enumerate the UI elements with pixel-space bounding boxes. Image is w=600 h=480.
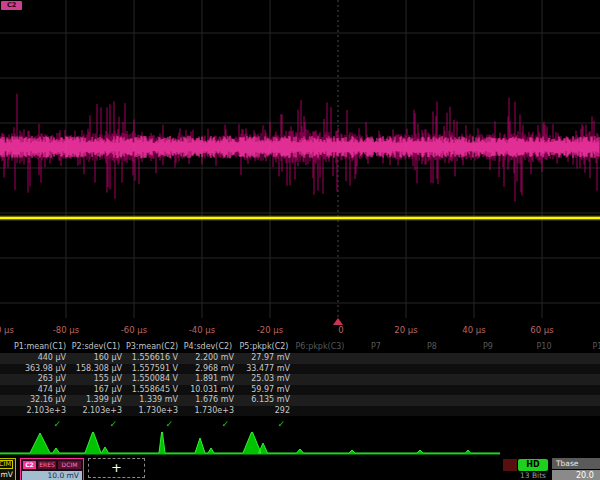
hd-mode-button[interactable]: HD xyxy=(518,459,548,471)
c1-dcim-badge: DCIM xyxy=(0,460,13,469)
timebase-title: Tbase xyxy=(552,458,600,469)
time-axis-label: 60 µs xyxy=(530,325,553,335)
meas-value-cell: 1.556616 V xyxy=(124,353,180,364)
meas-value-cell: 167 µV xyxy=(68,385,124,396)
meas-value-cell: 1.557591 V xyxy=(124,364,180,375)
meas-column-header[interactable]: P11 xyxy=(572,342,600,353)
meas-value-cell: 1.730e+3 xyxy=(124,406,180,417)
meas-value-cell: 33.477 mV xyxy=(236,364,292,375)
meas-value-cell: 2.200 mV xyxy=(180,353,236,364)
status-check-icon: ✓ xyxy=(124,418,180,430)
channel-c1-descriptor-box[interactable]: DCIM 10.0 mV xyxy=(0,458,16,480)
status-check-icon: ✓ xyxy=(180,418,236,430)
time-axis-label: 20 µs xyxy=(394,325,417,335)
timebase-descriptor-box[interactable]: Tbase 20.0 xyxy=(552,458,600,480)
c2-dcim-badge: DCIM xyxy=(58,461,81,469)
time-axis-label: 40 µs xyxy=(462,325,485,335)
timebase-per-div: 20.0 xyxy=(576,470,594,480)
meas-value-cell: 1.891 mV xyxy=(180,374,236,385)
meas-column-header[interactable]: P8 xyxy=(404,342,460,353)
oscilloscope-screen: C2 -100 µs-80 µs-60 µs-40 µs-20 µs020 µs… xyxy=(0,0,600,480)
meas-column-header[interactable]: P1:mean(C1) xyxy=(12,342,68,353)
descriptor-bar: DCIM 10.0 mV C2 ERES DCIM 10.0 mV + HD 1… xyxy=(0,458,600,480)
measurement-table: P1:mean(C1)440 µV363.98 µV263 µV474 µV32… xyxy=(0,340,600,432)
status-check-icon: ✓ xyxy=(236,418,292,430)
time-axis: -100 µs-80 µs-60 µs-40 µs-20 µs020 µs40 … xyxy=(0,318,600,340)
c2-volts-per-div: 10.0 mV xyxy=(22,471,82,480)
waveform-grid: C2 xyxy=(0,0,600,318)
measurement-histicons xyxy=(0,432,600,458)
meas-column-header[interactable]: P2:sdev(C1) xyxy=(68,342,124,353)
meas-value-cell: 10.031 mV xyxy=(180,385,236,396)
meas-value-cell: 25.03 mV xyxy=(236,374,292,385)
meas-value-cell: 1.339 mV xyxy=(124,395,180,406)
meas-value-cell: 1.676 mV xyxy=(180,395,236,406)
channel-c2-descriptor-box[interactable]: C2 ERES DCIM 10.0 mV xyxy=(20,458,84,480)
time-axis-label: -100 µs xyxy=(0,325,14,335)
time-axis-label: -60 µs xyxy=(121,325,147,335)
meas-value-cell: 474 µV xyxy=(12,385,68,396)
time-axis-label: -40 µs xyxy=(189,325,215,335)
meas-value-cell: 27.97 mV xyxy=(236,353,292,364)
clipped-badge xyxy=(503,459,517,471)
c1-volts-per-div: 10.0 mV xyxy=(0,470,13,479)
meas-value-cell: 158.308 µV xyxy=(68,364,124,375)
meas-column-header[interactable]: P10 xyxy=(516,342,572,353)
status-check-icon: ✓ xyxy=(68,418,124,430)
meas-column-header[interactable]: P4:sdev(C2) xyxy=(180,342,236,353)
status-check-icon: ✓ xyxy=(12,418,68,430)
meas-column-header[interactable]: P5:pkpk(C2) xyxy=(236,342,292,353)
meas-value-cell: 1.558645 V xyxy=(124,385,180,396)
meas-value-cell: 263 µV xyxy=(12,374,68,385)
time-axis-label: -80 µs xyxy=(53,325,79,335)
trace-label-chip[interactable]: C2 xyxy=(1,1,22,10)
histicon-svg xyxy=(0,432,600,458)
c2-eres-badge: ERES xyxy=(38,461,56,469)
meas-column-header[interactable]: P3:mean(C2) xyxy=(124,342,180,353)
trigger-position-marker-icon[interactable] xyxy=(333,318,343,325)
meas-value-cell: 1.730e+3 xyxy=(180,406,236,417)
meas-value-cell: 2.103e+3 xyxy=(68,406,124,417)
meas-value-cell: 2.968 mV xyxy=(180,364,236,375)
add-trace-button[interactable]: + xyxy=(88,458,145,478)
c2-channel-badge: C2 xyxy=(23,461,36,469)
meas-value-cell: 440 µV xyxy=(12,353,68,364)
hd-bits-label: 13 Bits xyxy=(510,471,556,480)
meas-column-header[interactable]: P7 xyxy=(348,342,404,353)
timebase-value-row: 20.0 xyxy=(552,470,600,480)
meas-column-header[interactable]: P9 xyxy=(460,342,516,353)
time-axis-label: 0 xyxy=(338,325,343,335)
meas-value-cell: 160 µV xyxy=(68,353,124,364)
meas-value-cell: 1.399 µV xyxy=(68,395,124,406)
meas-value-cell: 155 µV xyxy=(68,374,124,385)
meas-column-header[interactable]: P6:pkpk(C3) xyxy=(292,342,348,353)
meas-value-cell: 32.16 µV xyxy=(12,395,68,406)
meas-value-cell: 292 xyxy=(236,406,292,417)
time-axis-label: -20 µs xyxy=(257,325,283,335)
meas-value-cell: 1.550084 V xyxy=(124,374,180,385)
meas-value-cell: 2.103e+3 xyxy=(12,406,68,417)
meas-value-cell: 59.97 mV xyxy=(236,385,292,396)
meas-value-cell: 363.98 µV xyxy=(12,364,68,375)
waveform-svg xyxy=(0,0,600,318)
meas-value-cell: 6.135 mV xyxy=(236,395,292,406)
